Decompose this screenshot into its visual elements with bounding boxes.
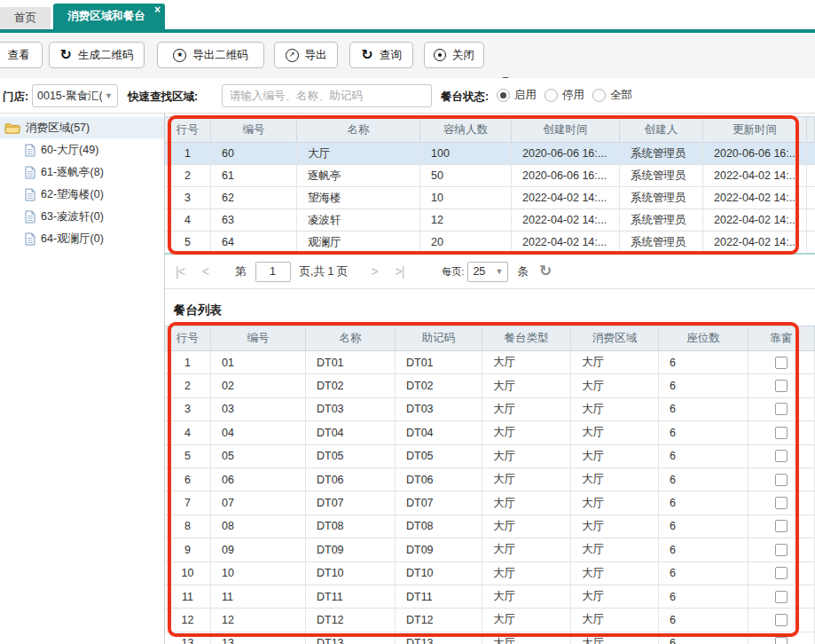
- tree-item[interactable]: 60-大厅(49): [0, 139, 164, 161]
- store-select[interactable]: 0015-聚食汇( ▼: [32, 84, 118, 107]
- cell-table-type: 大厅: [482, 398, 571, 420]
- area-table-row[interactable]: 4 63 凌波轩 12 2022-04-02 14:... 系统管理员 2022…: [165, 209, 815, 232]
- export-qr-button[interactable]: ★ 导出二维码: [157, 42, 264, 68]
- query-button[interactable]: ↻ 查询: [349, 42, 413, 68]
- refresh-icon: ↻: [361, 49, 372, 61]
- cell-consume-area: 大厅: [571, 538, 659, 561]
- window-side-checkbox[interactable]: [775, 520, 788, 532]
- area-table-row[interactable]: 3 62 望海楼 10 2022-04-02 14:... 系统管理员 2022…: [165, 187, 815, 209]
- cell-row-no: 11: [165, 585, 211, 608]
- radio-status-disabled[interactable]: 停用: [545, 88, 584, 103]
- cell-mnemonic: DT06: [396, 468, 482, 491]
- window-side-checkbox[interactable]: [775, 427, 788, 439]
- view-button[interactable]: 查看: [0, 42, 43, 68]
- table-list-row[interactable]: 10 10 DT10 DT10 大厅 大厅 6: [165, 562, 815, 585]
- cell-seats: 6: [659, 538, 748, 561]
- table-list-row[interactable]: 13 13 DT13 DT13 大厅 大厅 6: [165, 632, 815, 644]
- window-side-checkbox[interactable]: [775, 497, 788, 509]
- cell-row-no: 4: [165, 421, 211, 444]
- window-side-checkbox[interactable]: [775, 474, 788, 486]
- tab-home-label: 首页: [14, 11, 36, 26]
- quick-search-input[interactable]: [222, 84, 432, 107]
- last-page-button[interactable]: >|: [396, 264, 404, 279]
- prev-page-button[interactable]: <: [202, 264, 208, 279]
- col-updated-time: 更新时间: [703, 117, 807, 142]
- table-list-row[interactable]: 2 02 DT02 DT02 大厅 大厅 6: [165, 374, 815, 397]
- col-extra: [807, 117, 815, 142]
- window-side-checkbox[interactable]: [775, 380, 788, 392]
- tab-close-icon[interactable]: ×: [154, 4, 161, 15]
- page-number-input[interactable]: [255, 262, 291, 282]
- radio-status-all[interactable]: 全部: [592, 88, 632, 103]
- area-table-row[interactable]: 5 64 观澜厅 20 2022-04-02 14:... 系统管理员 2022…: [165, 232, 815, 254]
- table-list-row[interactable]: 3 03 DT03 DT03 大厅 大厅 6: [165, 398, 815, 421]
- area-table-row[interactable]: 2 61 逐帆亭 50 2020-06-06 16:... 系统管理员 2022…: [165, 165, 815, 187]
- export-button[interactable]: ↗ 导出: [274, 42, 338, 68]
- cell-row-no: 9: [165, 538, 211, 561]
- cell-window-side: [748, 421, 815, 444]
- tree-item-label: 63-凌波轩(0): [41, 209, 104, 224]
- export-label: 导出: [305, 48, 327, 63]
- window-side-checkbox[interactable]: [775, 614, 788, 626]
- generate-qr-button[interactable]: ↻ 生成二维码: [49, 42, 145, 68]
- cell-mnemonic: DT02: [396, 374, 482, 397]
- table-list-row[interactable]: 4 04 DT04 DT04 大厅 大厅 6: [165, 421, 815, 444]
- window-side-checkbox[interactable]: [775, 637, 788, 644]
- window-side-checkbox[interactable]: [775, 357, 788, 369]
- cell-mnemonic: DT07: [396, 491, 482, 514]
- per-page-select[interactable]: 25 ▼: [467, 262, 508, 282]
- window-side-checkbox[interactable]: [775, 403, 788, 415]
- cell-name: DT13: [306, 632, 396, 644]
- cell-updated-time: 2022-04-02 14:...: [703, 187, 807, 208]
- close-button[interactable]: 关闭: [424, 42, 484, 68]
- table-list-row[interactable]: 11 11 DT11 DT11 大厅 大厅 6: [165, 585, 815, 609]
- radio-status-enabled[interactable]: 启用: [497, 88, 537, 103]
- col-mnemonic: 助记码: [396, 326, 482, 350]
- col-created-time: 创建时间: [512, 117, 620, 142]
- tree-item[interactable]: 61-逐帆亭(8): [0, 161, 164, 184]
- table-list-row[interactable]: 8 08 DT08 DT08 大厅 大厅 6: [165, 515, 815, 538]
- tree-item[interactable]: 63-凌波轩(0): [0, 206, 164, 228]
- cell-seats: 6: [659, 398, 748, 420]
- table-list-row[interactable]: 5 05 DT05 DT05 大厅 大厅 6: [165, 445, 815, 468]
- window-side-checkbox[interactable]: [775, 591, 788, 603]
- cell-code: 04: [211, 421, 306, 444]
- table-list-row[interactable]: 6 06 DT06 DT06 大厅 大厅 6: [165, 468, 815, 491]
- tree-root-consume-area[interactable]: 消费区域(57): [0, 117, 164, 138]
- cell-name: 逐帆亭: [297, 165, 420, 186]
- document-icon: [25, 232, 35, 246]
- next-page-button[interactable]: >: [371, 264, 377, 279]
- cell-updated-time: 2020-06-06 16:...: [703, 143, 807, 164]
- cell-updated-time: 2022-04-02 14:...: [703, 165, 807, 186]
- tab-consume-area[interactable]: 消费区域和餐台 ×: [53, 4, 165, 29]
- cell-code: 05: [211, 445, 306, 467]
- cell-mnemonic: DT12: [396, 609, 482, 631]
- area-table-row[interactable]: 1 60 大厅 100 2020-06-06 16:... 系统管理员 2020…: [165, 143, 815, 165]
- dot-circle-icon: [434, 49, 446, 61]
- cell-table-type: 大厅: [482, 491, 571, 514]
- window-side-checkbox[interactable]: [775, 567, 788, 579]
- cell-name: DT05: [306, 445, 396, 467]
- cell-seats: 6: [659, 515, 748, 538]
- first-page-button[interactable]: |<: [176, 264, 184, 279]
- cell-capacity: 12: [420, 209, 512, 231]
- cell-window-side: [748, 632, 815, 644]
- cell-table-type: 大厅: [482, 585, 571, 608]
- refresh-icon[interactable]: ↻: [539, 264, 552, 279]
- table-list-row[interactable]: 1 01 DT01 DT01 大厅 大厅 6: [165, 351, 815, 374]
- cell-table-type: 大厅: [482, 468, 571, 491]
- table-list-row[interactable]: 12 12 DT12 DT12 大厅 大厅 6: [165, 609, 815, 632]
- export-qr-label: 导出二维码: [192, 48, 248, 63]
- tree-item[interactable]: 64-观澜厅(0): [0, 228, 164, 250]
- window-side-checkbox[interactable]: [775, 450, 788, 462]
- cell-code: 12: [211, 609, 306, 631]
- cell-mnemonic: DT13: [396, 632, 482, 644]
- cell-window-side: [748, 515, 815, 538]
- table-list-row[interactable]: 7 07 DT07 DT07 大厅 大厅 6: [165, 491, 815, 514]
- cell-row-no: 5: [165, 445, 211, 467]
- cell-code: 06: [211, 468, 306, 491]
- tab-home[interactable]: 首页: [0, 7, 51, 29]
- tree-item[interactable]: 62-望海楼(0): [0, 184, 164, 206]
- table-list-row[interactable]: 9 09 DT09 DT09 大厅 大厅 6: [165, 538, 815, 562]
- window-side-checkbox[interactable]: [775, 544, 788, 556]
